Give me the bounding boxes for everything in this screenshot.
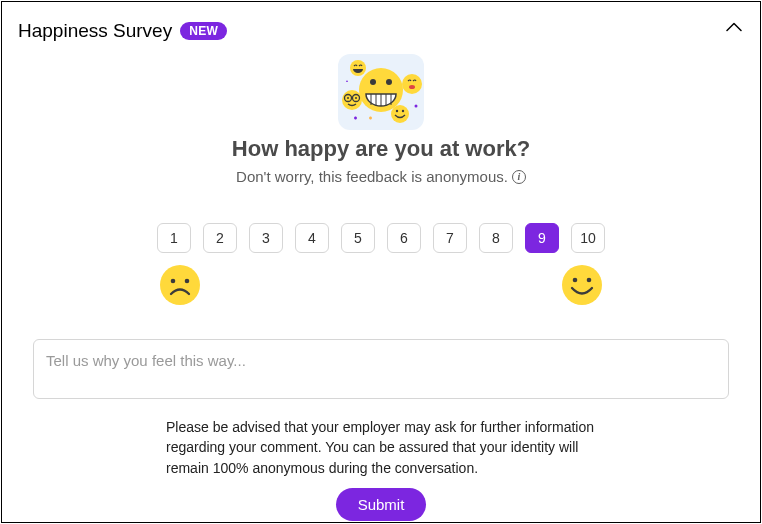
info-icon[interactable]: i [512, 170, 526, 184]
anonymity-note: Don't worry, this feedback is anonymous.… [18, 168, 744, 185]
anonymity-text: Don't worry, this feedback is anonymous. [236, 168, 508, 185]
svg-point-24 [562, 265, 602, 305]
header: Happiness Survey NEW [18, 20, 744, 42]
svg-point-22 [171, 279, 176, 284]
svg-point-13 [355, 97, 357, 99]
sad-face-icon [158, 263, 202, 311]
disclaimer-text: Please be advised that your employer may… [166, 417, 596, 478]
svg-point-18 [396, 110, 398, 112]
happy-emoji-illustration [18, 54, 744, 130]
svg-point-17 [391, 105, 409, 123]
svg-point-16 [409, 85, 415, 89]
comment-textarea[interactable] [33, 339, 729, 399]
scale-faces [18, 263, 744, 311]
collapse-chevron-icon[interactable] [726, 18, 742, 36]
rating-option-9[interactable]: 9 [525, 223, 559, 253]
svg-point-23 [185, 279, 190, 284]
question-heading: How happy are you at work? [18, 136, 744, 162]
new-badge: NEW [180, 22, 227, 40]
rating-option-7[interactable]: 7 [433, 223, 467, 253]
svg-point-21 [160, 265, 200, 305]
rating-option-3[interactable]: 3 [249, 223, 283, 253]
rating-scale: 12345678910 [18, 223, 744, 253]
svg-point-25 [573, 278, 578, 283]
rating-option-1[interactable]: 1 [157, 223, 191, 253]
rating-option-4[interactable]: 4 [295, 223, 329, 253]
rating-option-6[interactable]: 6 [387, 223, 421, 253]
svg-point-15 [402, 74, 422, 94]
rating-option-2[interactable]: 2 [203, 223, 237, 253]
svg-point-26 [587, 278, 592, 283]
svg-point-3 [386, 79, 392, 85]
submit-button[interactable]: Submit [336, 488, 427, 521]
svg-point-19 [402, 110, 404, 112]
survey-panel: Happiness Survey NEW [1, 1, 761, 523]
rating-option-5[interactable]: 5 [341, 223, 375, 253]
svg-point-12 [347, 97, 349, 99]
rating-option-10[interactable]: 10 [571, 223, 605, 253]
svg-point-2 [370, 79, 376, 85]
svg-point-14 [350, 60, 366, 76]
happy-face-icon [560, 263, 604, 311]
rating-option-8[interactable]: 8 [479, 223, 513, 253]
panel-title: Happiness Survey [18, 20, 172, 42]
svg-point-20 [415, 105, 418, 108]
